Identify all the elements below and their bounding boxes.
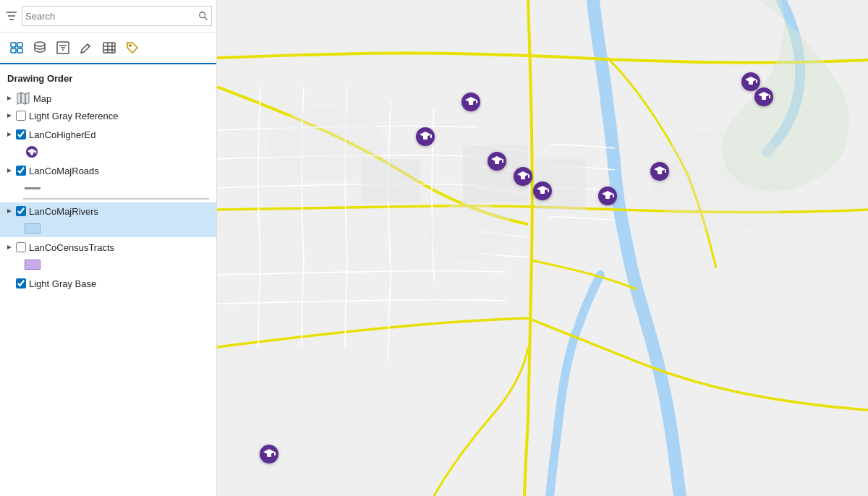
layer-group-roads: LanCoMajRoads [0, 162, 216, 200]
checkbox-lgr[interactable] [16, 111, 26, 121]
svg-marker-24 [7, 168, 12, 173]
map-area[interactable] [217, 0, 868, 496]
layer-label-rivers: LanCoMajRivers [29, 206, 98, 217]
svg-point-31 [268, 108, 383, 181]
layer-label-roads: LanCoMajRoads [29, 166, 99, 176]
search-input-wrap [22, 6, 212, 26]
legend-swatch-census [25, 260, 41, 270]
svg-rect-4 [11, 48, 16, 53]
layer-group-census: LanCoCensusTracts [0, 239, 216, 273]
chevron-map [4, 93, 14, 103]
layers-panel: Drawing Order Map [0, 64, 216, 496]
marker-m7[interactable] [650, 161, 670, 184]
svg-marker-26 [7, 245, 12, 249]
checkbox-rivers[interactable] [16, 206, 26, 216]
search-button[interactable] [198, 11, 208, 21]
sidebar: Drawing Order Map [0, 0, 217, 496]
layer-group-lgb: Light Gray Base [0, 275, 216, 292]
layer-label-lgr: Light Gray Reference [29, 111, 119, 121]
layer-row-highered[interactable]: LanCoHigherEd [0, 126, 216, 143]
marker-m2[interactable] [461, 92, 481, 114]
svg-marker-14 [7, 96, 12, 101]
table-button[interactable] [98, 37, 120, 59]
marker-m6[interactable] [597, 186, 618, 208]
svg-rect-57 [613, 194, 614, 197]
marker-m3[interactable] [487, 151, 507, 174]
legend-roads [0, 179, 216, 197]
tag-button[interactable] [122, 37, 143, 59]
layer-row-rivers[interactable]: LanCoMajRivers [0, 202, 216, 220]
svg-rect-36 [423, 135, 427, 140]
layer-label-highered: LanCoHigherEd [29, 129, 96, 140]
layer-row-census[interactable]: LanCoCensusTracts [0, 239, 216, 256]
svg-point-0 [200, 12, 205, 18]
marker-m10[interactable] [259, 444, 279, 466]
chevron-highered [4, 129, 14, 140]
checkbox-highered[interactable] [16, 129, 26, 140]
panel-title: Drawing Order [0, 70, 216, 90]
svg-line-1 [205, 17, 208, 20]
layer-label-map: Map [33, 93, 51, 104]
svg-marker-25 [7, 209, 12, 213]
svg-rect-49 [528, 174, 529, 178]
layer-group-lgr: Light Gray Reference [0, 107, 216, 124]
svg-rect-8 [103, 43, 115, 53]
svg-point-32 [427, 202, 514, 260]
legend-highered [0, 143, 216, 161]
checkbox-census[interactable] [16, 242, 26, 252]
legend-census [0, 256, 216, 273]
search-input[interactable] [25, 11, 198, 22]
layer-row-lgb[interactable]: Light Gray Base [0, 275, 216, 292]
chevron-census [4, 242, 14, 252]
svg-rect-48 [521, 175, 525, 179]
map-background [217, 0, 868, 496]
layer-row-roads[interactable]: LanCoMajRoads [0, 162, 216, 179]
layer-row-map[interactable]: Map [0, 90, 216, 107]
svg-rect-60 [658, 170, 662, 174]
chevron-lgb [4, 278, 14, 288]
map-layer-icon [16, 91, 30, 106]
svg-rect-5 [17, 48, 22, 53]
svg-marker-18 [7, 114, 12, 118]
svg-rect-40 [469, 101, 473, 105]
legend-swatch-river [25, 223, 41, 234]
layer-group-rivers: LanCoMajRivers [0, 202, 216, 237]
svg-rect-37 [430, 134, 432, 138]
svg-point-6 [35, 42, 45, 46]
checkbox-lgb[interactable] [16, 278, 26, 288]
marker-m5[interactable] [532, 181, 553, 203]
database-button[interactable] [29, 37, 51, 59]
list-view-button[interactable] [6, 37, 27, 59]
layer-group-highered: LanCoHigherEd [0, 126, 216, 161]
pencil-button[interactable] [75, 37, 97, 59]
svg-rect-2 [11, 43, 16, 47]
svg-marker-15 [17, 93, 29, 104]
svg-point-13 [129, 45, 131, 46]
svg-rect-53 [548, 189, 549, 192]
layer-label-lgb: Light Gray Base [29, 278, 96, 289]
legend-rivers [0, 220, 216, 237]
marker-m4[interactable] [513, 166, 533, 189]
svg-rect-23 [35, 151, 36, 154]
svg-rect-22 [30, 152, 33, 155]
svg-marker-19 [7, 132, 12, 137]
checkbox-roads[interactable] [16, 166, 26, 176]
layer-label-census: LanCoCensusTracts [29, 242, 114, 253]
svg-rect-68 [762, 95, 766, 100]
layer-group-map: Map Light Gray Reference [0, 90, 216, 292]
svg-rect-61 [665, 169, 666, 173]
svg-rect-3 [17, 43, 22, 47]
svg-rect-72 [267, 453, 271, 457]
filter-view-button[interactable] [52, 37, 74, 59]
marker-m1[interactable] [415, 127, 435, 149]
svg-rect-64 [749, 80, 753, 85]
search-bar [0, 0, 216, 33]
chevron-rivers [4, 206, 14, 216]
chevron-lgr [4, 111, 14, 121]
chevron-roads [4, 166, 14, 176]
layer-row-lgr[interactable]: Light Gray Reference [0, 107, 216, 124]
svg-rect-65 [756, 80, 757, 83]
legend-swatch-road [25, 184, 41, 192]
marker-m9[interactable] [754, 87, 774, 109]
filter-icon[interactable] [4, 9, 19, 23]
